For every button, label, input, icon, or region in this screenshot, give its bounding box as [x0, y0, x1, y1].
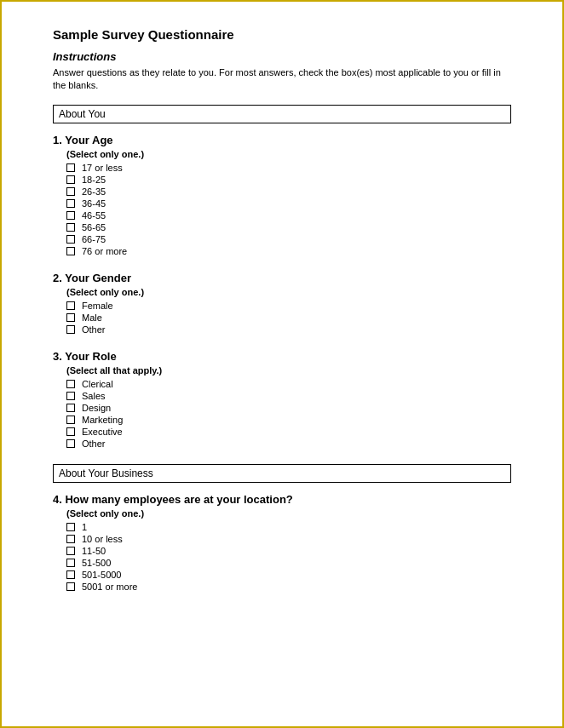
list-item: 1: [66, 522, 511, 532]
list-item: Executive: [66, 427, 511, 437]
checkbox[interactable]: [66, 392, 75, 400]
checkbox[interactable]: [66, 570, 75, 579]
option-label: 5001 or more: [82, 582, 137, 592]
question-block-4: 4. How many employees are at your locati…: [53, 493, 511, 592]
list-item: 66-75: [66, 234, 511, 244]
option-label: 46-55: [82, 210, 106, 221]
list-item: 18-25: [66, 175, 511, 185]
list-item: 5001 or more: [66, 582, 511, 592]
option-label: 76 or more: [82, 246, 127, 256]
option-list-3: Clerical Sales Design Marketing Executiv…: [66, 379, 511, 449]
checkbox[interactable]: [66, 582, 75, 591]
list-item: 17 or less: [66, 163, 511, 173]
select-instruction-4: (Select only one.): [66, 508, 511, 519]
list-item: 11-50: [66, 546, 511, 556]
list-item: Other: [66, 439, 511, 449]
instructions-text: Answer questions as they relate to you. …: [53, 66, 511, 93]
section-header-about-business: About Your Business: [53, 464, 511, 483]
option-label: Male: [82, 312, 102, 323]
checkbox[interactable]: [66, 235, 75, 244]
list-item: Male: [66, 312, 511, 323]
checkbox[interactable]: [66, 199, 75, 208]
question-block-3: 3. Your Role (Select all that apply.) Cl…: [53, 350, 511, 449]
page-title: Sample Survey Questionnaire: [53, 27, 511, 42]
list-item: Design: [66, 403, 511, 413]
checkbox[interactable]: [66, 175, 75, 184]
option-label: 36-45: [82, 198, 106, 209]
select-instruction-3: (Select all that apply.): [66, 365, 511, 375]
checkbox[interactable]: [66, 301, 75, 310]
option-label: Other: [82, 324, 106, 335]
page-container: Sample Survey Questionnaire Instructions…: [0, 0, 564, 728]
list-item: 10 or less: [66, 534, 511, 544]
checkbox[interactable]: [66, 404, 75, 412]
option-list-1: 17 or less 18-25 26-35 36-45 46-55 56-65…: [66, 163, 511, 256]
option-label: Female: [82, 301, 113, 311]
list-item: 501-5000: [66, 570, 511, 580]
question-title-1: 1. Your Age: [53, 134, 511, 146]
checkbox[interactable]: [66, 163, 75, 172]
checkbox[interactable]: [66, 535, 75, 543]
option-label: 26-35: [82, 186, 106, 197]
option-label: Executive: [82, 427, 123, 437]
checkbox[interactable]: [66, 427, 75, 436]
list-item: Marketing: [66, 415, 511, 425]
option-label: Sales: [82, 391, 106, 401]
checkbox[interactable]: [66, 211, 75, 220]
checkbox[interactable]: [66, 223, 75, 232]
question-title-2: 2. Your Gender: [53, 272, 511, 284]
option-label: 66-75: [82, 234, 106, 244]
list-item: 51-500: [66, 558, 511, 568]
list-item: 36-45: [66, 198, 511, 209]
checkbox[interactable]: [66, 325, 75, 334]
checkbox[interactable]: [66, 547, 75, 555]
question-title-4: 4. How many employees are at your locati…: [53, 493, 511, 506]
instructions-heading: Instructions: [53, 50, 511, 63]
option-label: 51-500: [82, 558, 111, 568]
list-item: Clerical: [66, 379, 511, 389]
checkbox[interactable]: [66, 313, 75, 322]
checkbox[interactable]: [66, 187, 75, 196]
select-instruction-2: (Select only one.): [66, 287, 511, 297]
checkbox[interactable]: [66, 416, 75, 424]
option-label: 1: [82, 522, 87, 532]
checkbox[interactable]: [66, 247, 75, 255]
question-block-1: 1. Your Age (Select only one.) 17 or les…: [53, 134, 511, 256]
select-instruction-1: (Select only one.): [66, 149, 511, 159]
option-label: Design: [82, 403, 111, 413]
option-list-2: Female Male Other: [66, 301, 511, 335]
option-list-4: 1 10 or less 11-50 51-500 501-5000 5001 …: [66, 522, 511, 592]
list-item: Other: [66, 324, 511, 335]
option-label: Marketing: [82, 415, 123, 425]
list-item: 56-65: [66, 222, 511, 232]
option-label: 18-25: [82, 175, 106, 185]
checkbox[interactable]: [66, 559, 75, 567]
list-item: 76 or more: [66, 246, 511, 256]
question-title-3: 3. Your Role: [53, 350, 511, 363]
checkbox[interactable]: [66, 523, 75, 531]
list-item: 26-35: [66, 186, 511, 197]
option-label: Other: [82, 439, 106, 449]
option-label: 56-65: [82, 222, 106, 232]
option-label: 501-5000: [82, 570, 122, 580]
list-item: Sales: [66, 391, 511, 401]
option-label: 10 or less: [82, 534, 123, 544]
option-label: 11-50: [82, 546, 106, 556]
option-label: Clerical: [82, 379, 113, 389]
list-item: Female: [66, 301, 511, 311]
checkbox[interactable]: [66, 380, 75, 388]
option-label: 17 or less: [82, 163, 123, 173]
checkbox[interactable]: [66, 439, 75, 448]
section-header-about-you: About You: [53, 105, 511, 123]
question-block-2: 2. Your Gender (Select only one.) Female…: [53, 272, 511, 335]
list-item: 46-55: [66, 210, 511, 221]
